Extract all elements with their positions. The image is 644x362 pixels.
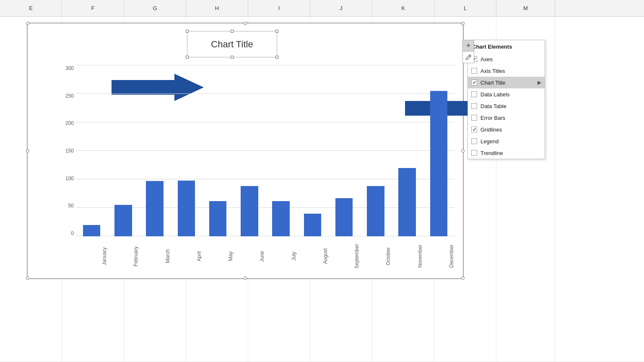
chart-container[interactable]: Chart Title 0 50 100 150 200 250 30 [27,23,463,279]
resize-handle-br[interactable] [461,277,465,280]
x-axis-label: June [234,238,265,274]
checkbox-legend[interactable] [471,138,477,144]
pencil-icon [465,54,472,61]
x-axis-label: March [139,238,171,274]
panel-item-data-labels[interactable]: Data Labels [468,88,545,100]
bar-group [107,65,139,236]
chart-bar[interactable] [430,91,447,236]
y-label-50: 50 [57,203,74,209]
chart-bar[interactable] [398,168,415,236]
panel-item-axes[interactable]: Axes [468,53,545,65]
submenu-arrow-icon: ▶ [538,80,541,85]
col-header-i: I [248,0,310,16]
x-axis-label: February [107,238,139,274]
col-header-m: M [496,0,555,16]
chart-title-text: Chart Title [211,39,253,50]
panel-item-label: Gridlines [480,127,541,133]
chart-title-box[interactable]: Chart Title [187,31,277,57]
x-axis-label: July [265,238,297,274]
y-label-150: 150 [57,148,74,154]
ct-handle-bl[interactable] [186,56,189,59]
x-axis-label: April [171,238,202,274]
resize-handle-tm[interactable] [244,22,247,25]
col-header-g: G [124,0,186,16]
col-header-j: J [310,0,372,16]
panel-item-label: Trendline [480,150,541,156]
col-header-k: K [372,0,434,16]
ct-handle-bm[interactable] [231,56,234,59]
x-axis-labels: JanuaryFebruaryMarchAprilMayJuneJulyAugu… [76,238,454,274]
chart-bar[interactable] [146,181,163,236]
panel-item-label: Data Labels [480,91,541,98]
checkbox-axis-titles[interactable] [471,68,477,74]
ct-handle-tr[interactable] [275,30,278,33]
bar-group [139,65,171,236]
panel-item-gridlines[interactable]: Gridlines [468,124,545,135]
checkbox-error-bars[interactable] [471,115,477,121]
ct-handle-tl[interactable] [186,30,189,33]
col-header-f: F [62,0,124,16]
bar-group [76,65,107,236]
chart-bar[interactable] [272,201,289,236]
panel-item-legend[interactable]: Legend [468,135,545,147]
panel-item-chart-title[interactable]: Chart Title▶ [468,77,545,88]
x-axis-label: January [76,238,107,274]
resize-handle-mr[interactable] [461,149,465,153]
col-header-l: L [434,0,496,16]
x-axis-label: November [392,238,423,274]
chart-style-button[interactable] [462,52,474,63]
bar-group [328,65,360,236]
bar-group [234,65,265,236]
bar-group [392,65,423,236]
checkbox-chart-title[interactable] [471,80,477,85]
x-axis-label: October [360,238,391,274]
y-label-100: 100 [57,176,74,181]
checkbox-trendline[interactable] [471,150,477,156]
resize-handle-bm[interactable] [244,277,247,280]
column-headers: E F G H I J K L M [0,0,644,17]
panel-item-data-table[interactable]: Data Table [468,100,545,112]
chart-bar[interactable] [178,181,195,236]
bars-container [76,65,454,236]
checkbox-data-table[interactable] [471,103,477,109]
chart-bar[interactable] [83,225,100,236]
resize-handle-tr[interactable] [461,22,465,25]
panel-item-label: Axis Titles [480,68,541,74]
col-header-e: E [0,0,62,16]
chart-bar[interactable] [209,201,226,236]
bar-group [297,65,328,236]
resize-handle-bl[interactable] [26,277,29,280]
checkbox-gridlines[interactable] [471,127,477,132]
resize-handle-ml[interactable] [26,149,29,153]
panel-item-label: Chart Title [480,80,538,86]
bar-group [171,65,202,236]
chart-plot-area: 0 50 100 150 200 250 300 [53,65,454,236]
panel-item-label: Error Bars [480,115,541,121]
resize-handle-tl[interactable] [26,22,29,25]
x-axis-label: September [328,238,360,274]
panel-header: Chart Elements [468,40,545,53]
plus-icon: + [466,41,471,50]
panel-item-error-bars[interactable]: Error Bars [468,112,545,124]
chart-bar[interactable] [335,198,353,236]
bar-group [265,65,297,236]
chart-bar[interactable] [304,214,321,236]
checkbox-data-labels[interactable] [471,91,477,97]
chart-bar[interactable] [367,186,384,236]
add-chart-element-button[interactable]: + [462,40,474,52]
panel-items-container: AxesAxis TitlesChart Title▶Data LabelsDa… [468,53,545,159]
col-header-h: H [186,0,248,16]
ct-handle-tm[interactable] [231,30,234,33]
ct-handle-br[interactable] [275,56,278,59]
panel-item-axis-titles[interactable]: Axis Titles [468,65,545,77]
bar-group [202,65,234,236]
panel-item-label: Data Table [480,103,541,109]
x-axis-label: December [423,238,454,274]
spreadsheet: E F G H I J K L M [0,0,644,362]
chart-bar[interactable] [241,186,258,236]
x-axis-label: August [297,238,328,274]
panel-item-label: Legend [480,138,541,145]
chart-bar[interactable] [114,205,132,236]
x-axis-label: May [202,238,234,274]
panel-item-trendline[interactable]: Trendline [468,147,545,159]
